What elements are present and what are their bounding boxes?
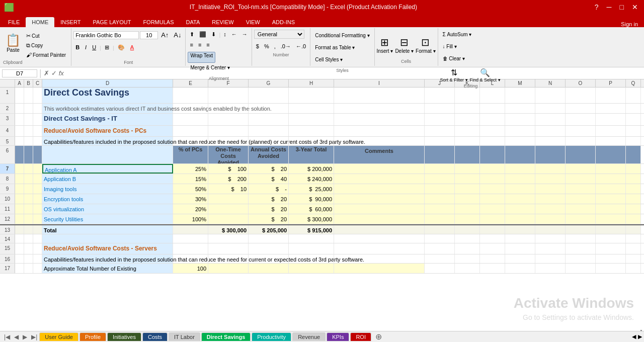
italic-button[interactable]: I [83, 43, 89, 52]
cell-k14[interactable] [455, 234, 480, 243]
cell-m13[interactable] [505, 225, 535, 234]
cell-g13[interactable]: $ 205,000 [249, 225, 289, 234]
cell-f6[interactable]: One-Time Costs Avoided [208, 146, 249, 163]
cell-f2[interactable] [208, 104, 249, 113]
sort-filter-button[interactable]: ⇅ Sort & Filter ▾ [440, 68, 468, 82]
col-header-c[interactable]: C [33, 79, 42, 87]
cell-p2[interactable] [596, 104, 626, 113]
cell-d4[interactable]: Reduce/Avoid Software Costs - PCs [42, 126, 173, 136]
cell-a8[interactable] [15, 174, 24, 184]
col-header-i[interactable]: I [334, 79, 425, 87]
cell-j11[interactable] [425, 204, 455, 214]
cell-i5[interactable] [334, 137, 425, 145]
cell-i17[interactable] [334, 264, 425, 273]
cell-d9[interactable]: Imaging tools [42, 184, 173, 194]
cell-g3[interactable] [249, 114, 289, 125]
wrap-text-button[interactable]: Wrap Text [188, 52, 215, 63]
autosum-button[interactable]: Σ AutoSum ▾ [440, 31, 502, 42]
cell-m2[interactable] [505, 104, 535, 113]
cell-m3[interactable] [505, 114, 535, 125]
cell-j4[interactable] [425, 126, 455, 136]
increase-decimal-button[interactable]: .0→ [279, 42, 293, 51]
cell-o5[interactable] [566, 137, 596, 145]
cell-d7[interactable]: Application A [42, 164, 173, 174]
currency-button[interactable]: $ [254, 42, 261, 51]
cell-p1[interactable] [596, 88, 626, 103]
cell-o2[interactable] [566, 104, 596, 113]
tab-data[interactable]: DATA [180, 17, 206, 27]
col-header-h[interactable]: H [289, 79, 334, 87]
cell-e6[interactable]: % of PCs [173, 146, 208, 163]
sheet-tab-productivity[interactable]: Productivity [252, 332, 291, 341]
cell-e11[interactable]: 20% [173, 204, 208, 214]
cell-k8[interactable] [455, 174, 480, 184]
conditional-formatting-button[interactable]: Conditional Formatting ▾ [312, 32, 372, 43]
cell-m8[interactable] [505, 174, 535, 184]
col-header-b[interactable]: B [24, 79, 33, 87]
cell-b17[interactable] [24, 264, 33, 273]
cell-j17[interactable] [425, 264, 455, 273]
cell-q9[interactable] [626, 184, 641, 194]
cell-l9[interactable] [480, 184, 505, 194]
cell-k3[interactable] [455, 114, 480, 125]
cell-b12[interactable] [24, 214, 33, 224]
cell-q3[interactable] [626, 114, 641, 125]
cell-q12[interactable] [626, 214, 641, 224]
cell-b16[interactable] [24, 254, 33, 263]
cell-g5[interactable] [249, 137, 289, 145]
cell-k9[interactable] [455, 184, 480, 194]
cell-i16[interactable] [334, 254, 425, 263]
cell-a2[interactable] [15, 104, 24, 113]
cell-p6[interactable] [596, 146, 626, 163]
cell-q16[interactable] [626, 254, 641, 263]
cell-e1[interactable] [173, 88, 208, 103]
cell-g11[interactable]: $ 20 [249, 204, 289, 214]
cell-e10[interactable]: 30% [173, 194, 208, 204]
sheet-tab-revenue[interactable]: Revenue [292, 332, 326, 341]
cell-d3[interactable]: Direct Cost Savings - IT [42, 114, 173, 125]
cell-c7[interactable] [33, 164, 42, 174]
cell-e2[interactable] [173, 104, 208, 113]
cell-p9[interactable] [596, 184, 626, 194]
cell-o3[interactable] [566, 114, 596, 125]
cell-k16[interactable] [455, 254, 480, 263]
cell-l15[interactable] [480, 243, 505, 254]
cell-j5[interactable] [425, 137, 455, 145]
cell-q5[interactable] [626, 137, 641, 145]
cell-n5[interactable] [535, 137, 566, 145]
cell-c9[interactable] [33, 184, 42, 194]
bold-button[interactable]: B [73, 43, 82, 52]
cell-p16[interactable] [596, 254, 626, 263]
cell-i12[interactable] [334, 214, 425, 224]
cell-a5[interactable] [15, 137, 24, 145]
cell-p10[interactable] [596, 194, 626, 204]
cell-o11[interactable] [566, 204, 596, 214]
cell-g17[interactable] [249, 264, 289, 273]
cell-g9[interactable]: $ - [249, 184, 289, 194]
confirm-formula-icon[interactable]: ✓ [51, 69, 57, 77]
cell-q4[interactable] [626, 126, 641, 136]
cell-a1[interactable] [15, 88, 24, 103]
cell-n14[interactable] [535, 234, 566, 243]
cell-k15[interactable] [455, 243, 480, 254]
cell-i7[interactable] [334, 164, 425, 174]
cell-m17[interactable] [505, 264, 535, 273]
cell-f16[interactable] [208, 254, 249, 263]
insert-button[interactable]: ⊞ Insert ▾ [377, 32, 393, 58]
cell-p8[interactable] [596, 174, 626, 184]
cell-o16[interactable] [566, 254, 596, 263]
cell-i9[interactable] [334, 184, 425, 194]
cell-b6[interactable] [24, 146, 33, 163]
cell-j6[interactable] [425, 146, 455, 163]
cell-o13[interactable] [566, 225, 596, 234]
cell-h15[interactable] [289, 243, 334, 254]
align-center-button[interactable]: ≡ [196, 40, 203, 50]
cell-m10[interactable] [505, 194, 535, 204]
cell-m1[interactable] [505, 88, 535, 103]
cell-p11[interactable] [596, 204, 626, 214]
cell-c2[interactable] [33, 104, 42, 113]
cell-o10[interactable] [566, 194, 596, 204]
cell-d1[interactable]: Direct Cost Savings [42, 88, 173, 103]
cell-a16[interactable] [15, 254, 24, 263]
cell-l12[interactable] [480, 214, 505, 224]
